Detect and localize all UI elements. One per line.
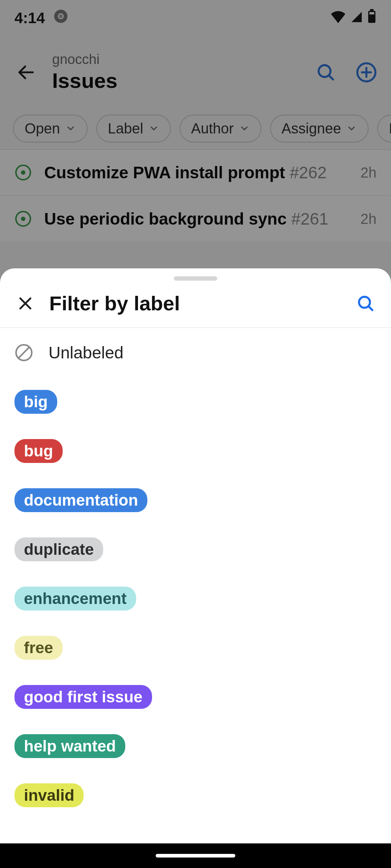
label-pill: duplicate <box>14 537 103 561</box>
drag-handle[interactable] <box>174 276 217 281</box>
label-pill: free <box>14 636 63 660</box>
label-option[interactable]: bug <box>14 426 377 476</box>
filter-label-sheet: Filter by label Unlabeled big bug docume… <box>0 268 391 843</box>
close-button[interactable] <box>14 293 36 314</box>
label-option[interactable]: help wanted <box>14 722 377 771</box>
label-pill: help wanted <box>14 734 125 758</box>
sheet-title: Filter by label <box>49 292 342 315</box>
unlabeled-icon <box>14 343 33 362</box>
label-pill: bug <box>14 439 63 463</box>
label-option[interactable]: big <box>14 377 377 426</box>
label-option-unlabeled[interactable]: Unlabeled <box>14 328 377 377</box>
label-pill: invalid <box>14 783 84 807</box>
label-list[interactable]: Unlabeled big bug documentation duplicat… <box>0 328 391 843</box>
label-option[interactable]: duplicate <box>14 525 377 574</box>
home-indicator[interactable] <box>156 854 235 858</box>
label-option[interactable]: invalid <box>14 771 377 820</box>
label-pill: good first issue <box>14 685 152 709</box>
system-nav-bar <box>0 843 391 868</box>
label-pill: documentation <box>14 488 147 512</box>
svg-line-21 <box>18 347 29 358</box>
unlabeled-label: Unlabeled <box>49 343 123 362</box>
label-option[interactable]: free <box>14 623 377 672</box>
svg-line-19 <box>369 306 373 310</box>
label-option[interactable]: documentation <box>14 476 377 525</box>
label-option[interactable]: enhancement <box>14 574 377 623</box>
label-pill: big <box>14 390 57 414</box>
label-option[interactable]: good first issue <box>14 672 377 722</box>
search-button[interactable] <box>355 293 377 314</box>
label-pill: enhancement <box>14 587 136 610</box>
sheet-header: Filter by label <box>0 287 391 328</box>
